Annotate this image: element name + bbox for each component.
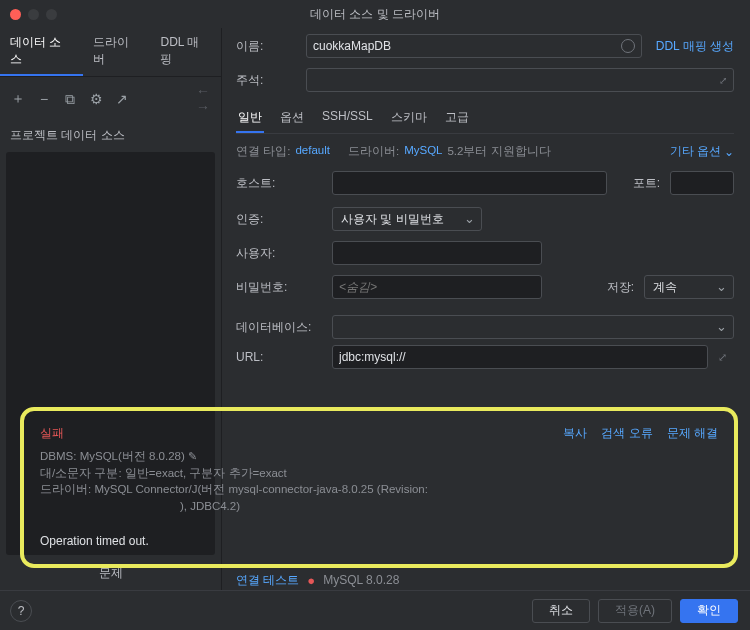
tab-advanced[interactable]: 고급 — [443, 104, 471, 133]
url-expand-icon[interactable]: ⤢ — [718, 351, 734, 364]
fail-line-4: ), JDBC4.2) — [40, 498, 380, 515]
test-connection-row: 연결 테스트 ● MySQL 8.0.28 — [236, 568, 734, 592]
save-select[interactable]: 계속 — [644, 275, 734, 299]
tab-schema[interactable]: 스키마 — [389, 104, 429, 133]
external-link-icon[interactable]: ↗ — [114, 91, 130, 107]
save-select-value: 계속 — [653, 279, 677, 296]
save-label: 저장: — [591, 279, 634, 296]
window-title: 데이터 소스 및 드라이버 — [0, 6, 750, 23]
back-arrow-icon[interactable]: ← — [196, 83, 210, 99]
port-input[interactable] — [670, 171, 734, 195]
content-tabs: 일반 옵션 SSH/SSL 스키마 고급 — [236, 102, 734, 134]
name-input[interactable] — [313, 39, 621, 53]
fail-body: DBMS: MySQL(버전 8.0.28)✎ 대/소문자 구분: 일반=exa… — [40, 448, 718, 550]
driver-label: 드라이버: — [348, 144, 399, 159]
copy-icon[interactable]: ⧉ — [62, 91, 78, 108]
user-label: 사용자: — [236, 245, 322, 262]
fail-line-2: 대/소문자 구분: 일반=exact, 구분자 추가=exact — [40, 465, 718, 482]
comment-label: 주석: — [236, 72, 306, 89]
driver-value[interactable]: MySQL — [404, 144, 442, 159]
dialog-footer: 취소 적용(A) 확인 — [0, 590, 750, 630]
sidebar-tab-ddl[interactable]: DDL 매핑 — [150, 28, 221, 76]
sidebar-tab-datasource[interactable]: 데이터 소스 — [0, 28, 83, 76]
name-label: 이름: — [236, 38, 306, 55]
meta-row: 연결 타입: default 드라이버: MySQL 5.2부터 지원합니다 기… — [236, 134, 734, 165]
tab-options[interactable]: 옵션 — [278, 104, 306, 133]
title-bar: 데이터 소스 및 드라이버 — [0, 0, 750, 28]
sidebar-tabs: 데이터 소스 드라이버 DDL 매핑 — [0, 28, 221, 77]
gear-icon[interactable]: ⚙ — [88, 91, 104, 107]
password-label: 비밀번호: — [236, 279, 322, 296]
remove-icon[interactable]: − — [36, 91, 52, 107]
database-select[interactable] — [332, 315, 734, 339]
apply-button[interactable]: 적용(A) — [598, 599, 672, 623]
ddl-mapping-link[interactable]: DDL 매핑 생성 — [656, 38, 734, 55]
tab-general[interactable]: 일반 — [236, 104, 264, 133]
port-label: 포트: — [617, 175, 660, 192]
name-input-wrap[interactable] — [306, 34, 642, 58]
host-label: 호스트: — [236, 175, 322, 192]
tab-sshssl[interactable]: SSH/SSL — [320, 104, 375, 133]
forward-arrow-icon[interactable]: → — [196, 99, 210, 115]
auth-select-value: 사용자 및 비밀번호 — [341, 211, 444, 228]
error-highlight-box: 실패 복사 검색 오류 문제 해결 DBMS: MySQL(버전 8.0.28)… — [20, 407, 738, 568]
auth-label: 인증: — [236, 211, 322, 228]
more-options-link[interactable]: 기타 옵션 ⌄ — [670, 144, 734, 159]
fail-dbms-prefix: DBMS: — [40, 450, 80, 462]
add-icon[interactable]: ＋ — [10, 90, 26, 108]
fail-title: 실패 — [40, 425, 64, 442]
fail-line-3: 드라이버: MySQL Connector/J(버전 mysql-connect… — [40, 481, 718, 498]
help-button[interactable]: ? — [10, 600, 32, 622]
fail-copy-link[interactable]: 복사 — [563, 425, 587, 442]
password-input[interactable] — [332, 275, 542, 299]
sidebar-toolbar: ＋ − ⧉ ⚙ ↗ ← → — [0, 77, 221, 121]
database-label: 데이터베이스: — [236, 319, 322, 336]
conn-type-label: 연결 타입: — [236, 144, 290, 159]
fail-dbms-value: MySQL(버전 8.0.28) — [80, 450, 185, 462]
conn-type-value[interactable]: default — [295, 144, 330, 159]
fail-search-link[interactable]: 검색 오류 — [601, 425, 652, 442]
host-input[interactable] — [332, 171, 607, 195]
fail-troubleshoot-link[interactable]: 문제 해결 — [667, 425, 718, 442]
ok-button[interactable]: 확인 — [680, 599, 738, 623]
test-connection-link[interactable]: 연결 테스트 — [236, 572, 299, 589]
user-input[interactable] — [332, 241, 542, 265]
url-input[interactable] — [332, 345, 708, 369]
test-version: MySQL 8.0.28 — [323, 573, 399, 587]
cancel-button[interactable]: 취소 — [532, 599, 590, 623]
driver-note: 5.2부터 지원합니다 — [447, 144, 550, 159]
reset-name-icon[interactable] — [621, 39, 635, 53]
edit-icon[interactable]: ✎ — [188, 450, 197, 462]
url-label: URL: — [236, 350, 322, 364]
expand-comment-icon[interactable]: ⤢ — [719, 75, 727, 86]
fail-operation: Operation timed out. — [40, 533, 718, 550]
chevron-down-icon: ⌄ — [724, 145, 734, 159]
sidebar-section-title: 프로젝트 데이터 소스 — [0, 121, 221, 150]
sidebar-tab-driver[interactable]: 드라이버 — [83, 28, 151, 76]
warning-icon: ● — [307, 573, 315, 588]
auth-select[interactable]: 사용자 및 비밀번호 — [332, 207, 482, 231]
comment-input[interactable]: ⤢ — [306, 68, 734, 92]
